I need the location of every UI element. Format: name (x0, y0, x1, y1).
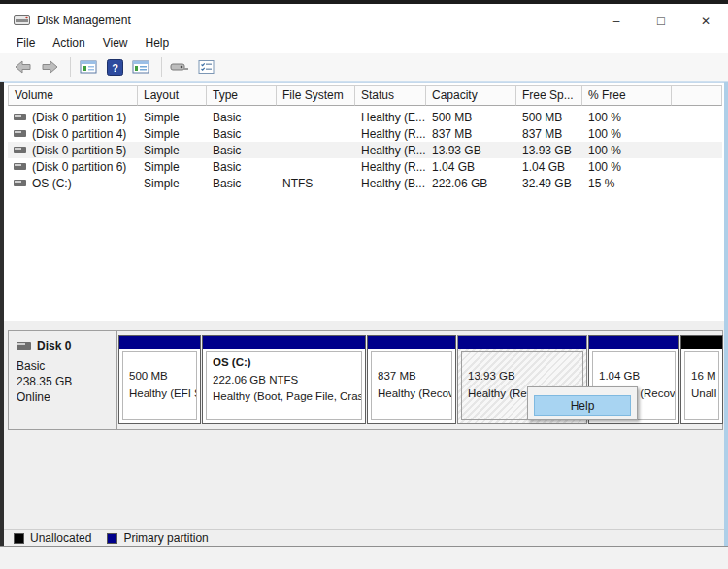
forward-icon[interactable] (38, 56, 61, 78)
cell-layout: Simple (138, 177, 207, 190)
help-icon[interactable]: ? (103, 56, 126, 78)
context-menu-item-help[interactable]: Help (534, 395, 631, 416)
partition-label: 837 MBHealthy (Recov (378, 368, 451, 402)
column-header-file-system[interactable]: File System (277, 85, 355, 106)
column-header-type[interactable]: Type (207, 85, 277, 106)
menu-action[interactable]: Action (48, 36, 89, 50)
title-bar[interactable]: Disk Management – □ ✕ (0, 4, 728, 31)
cell-status: Healthy (R... (355, 127, 426, 141)
window-right-border (724, 82, 728, 546)
toolbar-separator (70, 57, 71, 77)
cell-capacity: 13.93 GB (426, 144, 516, 157)
cell-layout: Simple (138, 144, 207, 157)
cell-volume: (Disk 0 partition 6) (8, 160, 138, 174)
volume-row[interactable]: (Disk 0 partition 1)SimpleBasicHealthy (… (8, 109, 722, 125)
cell-layout: Simple (138, 111, 207, 124)
cell-pct_free: 100 % (582, 144, 672, 157)
cell-file_system: NTFS (277, 177, 355, 190)
back-icon[interactable] (12, 56, 35, 78)
console-list-icon[interactable] (129, 56, 152, 78)
settings-list-icon[interactable] (194, 56, 217, 78)
volume-table-header: VolumeLayoutTypeFile SystemStatusCapacit… (8, 85, 722, 106)
partition-color-bar (589, 336, 678, 349)
volume-drive-icon (14, 163, 26, 170)
partition-inner-box: 837 MBHealthy (Recov (371, 351, 452, 420)
partition-color-bar (203, 336, 365, 349)
toolbar: ? (0, 53, 728, 82)
legend-swatch (14, 533, 24, 544)
disk-management-window: Disk Management – □ ✕ FileActionViewHelp… (0, 0, 728, 569)
window-title: Disk Management (37, 14, 131, 27)
column-header-status[interactable]: Status (355, 85, 426, 106)
partition-label: OS (C:)222.06 GB NTFSHealthy (Boot, Page… (213, 354, 361, 406)
cell-volume: OS (C:) (8, 177, 138, 190)
menu-bar: FileActionViewHelp (0, 31, 728, 53)
cell-status: Healthy (R... (355, 160, 426, 174)
disk0-info-box[interactable]: Disk 0 Basic 238.35 GB Online (8, 330, 117, 430)
partition-block-1[interactable]: 500 MBHealthy (EFI S (118, 335, 201, 424)
volume-drive-icon (14, 180, 26, 186)
context-menu: Help (527, 386, 638, 420)
toolbar-separator (161, 57, 162, 77)
window-left-border (0, 82, 4, 546)
column-header-capacity[interactable]: Capacity (426, 85, 516, 106)
partition-inner-box: 500 MBHealthy (EFI S (122, 351, 197, 420)
cell-layout: Simple (138, 127, 207, 141)
disk-icon (17, 342, 31, 350)
cell-pct_free: 15 % (582, 177, 672, 190)
cell-type: Basic (207, 160, 277, 174)
partition-label: 500 MBHealthy (EFI S (129, 368, 196, 402)
volume-drive-icon (14, 147, 26, 153)
disk-type: Basic (17, 358, 109, 374)
cell-free_space: 837 MB (516, 127, 582, 141)
cell-volume: (Disk 0 partition 4) (8, 127, 138, 141)
partition-block-2[interactable]: OS (C:)222.06 GB NTFSHealthy (Boot, Page… (202, 335, 366, 424)
cell-free_space: 1.04 GB (516, 160, 582, 174)
volume-row[interactable]: (Disk 0 partition 6)SimpleBasicHealthy (… (8, 158, 722, 175)
cell-volume: (Disk 0 partition 5) (8, 144, 138, 157)
menu-file[interactable]: File (12, 36, 40, 50)
cell-capacity: 1.04 GB (426, 160, 516, 174)
partition-inner-box: OS (C:)222.06 GB NTFSHealthy (Boot, Page… (206, 351, 362, 420)
cell-capacity: 500 MB (426, 111, 516, 124)
menu-view[interactable]: View (98, 36, 133, 50)
cell-status: Healthy (E... (355, 111, 426, 124)
column-header-free-sp[interactable]: Free Sp... (516, 85, 582, 106)
column-header-volume[interactable]: Volume (8, 85, 138, 106)
cell-capacity: 222.06 GB (426, 177, 516, 190)
column-header-blank[interactable] (672, 85, 722, 106)
menu-help[interactable]: Help (141, 36, 175, 50)
cell-volume: (Disk 0 partition 1) (8, 111, 138, 124)
partition-color-bar (458, 336, 586, 349)
partition-label: 16 MUnall (691, 368, 718, 402)
volume-row[interactable]: (Disk 0 partition 4)SimpleBasicHealthy (… (8, 125, 722, 142)
volume-row[interactable]: OS (C:)SimpleBasicNTFSHealthy (B...222.0… (8, 175, 722, 191)
legend-item: Primary partition (107, 531, 208, 545)
cell-type: Basic (207, 177, 277, 190)
partition-color-bar (368, 336, 455, 349)
console-tree-icon[interactable] (77, 56, 100, 78)
disk-management-app-icon (14, 13, 30, 25)
column-header-layout[interactable]: Layout (138, 85, 207, 106)
legend-swatch (107, 533, 117, 544)
cell-type: Basic (207, 144, 277, 157)
legend-item: Unallocated (14, 531, 91, 545)
volume-table-body: (Disk 0 partition 1)SimpleBasicHealthy (… (8, 109, 722, 191)
column-header-free[interactable]: % Free (582, 85, 672, 106)
partition-inner-box: 16 MUnall (684, 351, 719, 420)
disk-size: 238.35 GB (17, 374, 109, 389)
partition-color-bar (119, 336, 200, 349)
disk-name: Disk 0 (37, 339, 71, 352)
partition-color-bar (681, 336, 722, 349)
volume-drive-icon (14, 114, 26, 120)
disk-status: Online (17, 389, 109, 405)
legend-label: Unallocated (30, 531, 91, 545)
partition-block-6[interactable]: 16 MUnall (680, 335, 723, 424)
cell-layout: Simple (138, 160, 207, 174)
partition-block-3[interactable]: 837 MBHealthy (Recov (367, 335, 456, 424)
cell-pct_free: 100 % (582, 160, 672, 174)
volume-row[interactable]: (Disk 0 partition 5)SimpleBasicHealthy (… (8, 142, 722, 158)
disk-properties-icon[interactable] (168, 56, 191, 78)
legend-label: Primary partition (123, 531, 208, 545)
cell-type: Basic (207, 127, 277, 141)
